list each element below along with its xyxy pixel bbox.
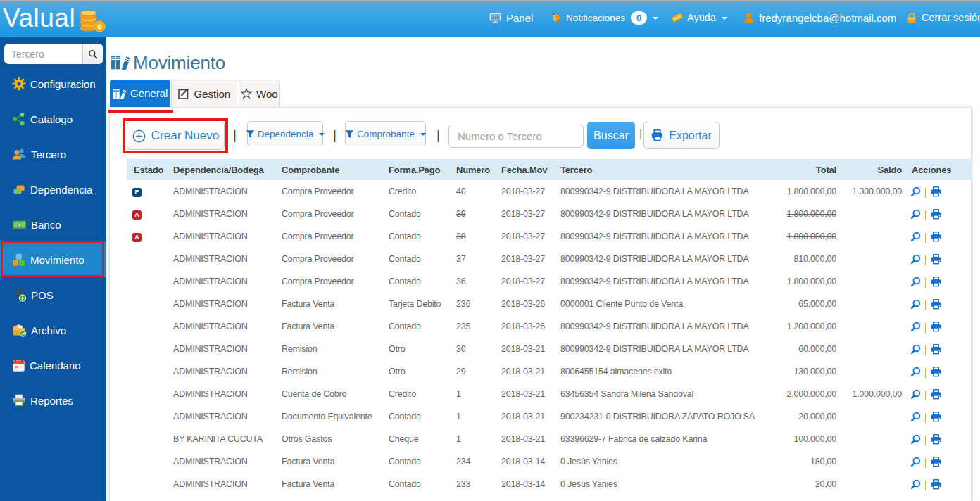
svg-text:$: $: [98, 23, 102, 30]
